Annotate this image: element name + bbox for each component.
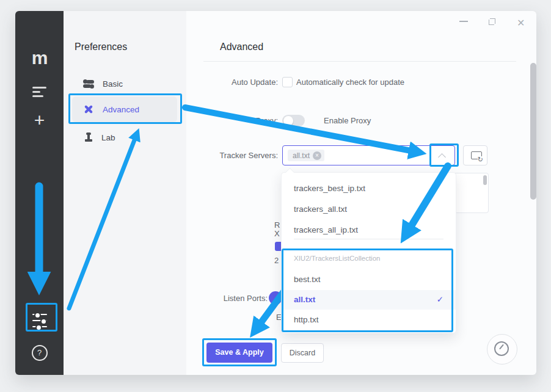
maximize-icon[interactable] xyxy=(489,18,495,25)
annotation-box-advanced xyxy=(68,93,182,124)
dropdown-divider xyxy=(294,239,443,239)
lab-icon xyxy=(84,132,93,142)
annotation-box-chevron xyxy=(429,143,459,167)
dropdown-option[interactable]: trackers_all.txt xyxy=(282,200,456,219)
sync-trackers-button[interactable]: ↻ xyxy=(463,145,487,165)
minimize-icon[interactable] xyxy=(459,21,468,22)
page-title: Advanced xyxy=(220,42,263,53)
sidebar-item-lab[interactable]: Lab xyxy=(84,129,115,145)
tag-remove-icon[interactable]: × xyxy=(313,151,321,160)
content-scrollbar-thumb[interactable] xyxy=(530,63,536,200)
title-divider xyxy=(203,61,516,62)
auto-update-label: Auto Update: xyxy=(171,78,278,87)
close-icon[interactable]: ✕ xyxy=(517,17,525,29)
dropdown-option[interactable]: trackers_all_ip.txt xyxy=(282,220,456,240)
annotation-box-save-button xyxy=(202,338,277,366)
toggles-icon xyxy=(83,79,94,89)
discard-button[interactable]: Discard xyxy=(281,343,324,363)
proxy-toggle-label: Enable Proxy xyxy=(324,116,371,125)
speed-limit-button[interactable] xyxy=(487,334,517,365)
task-list-icon[interactable] xyxy=(15,84,64,97)
selected-tracker-tag: all.txt × xyxy=(288,150,324,161)
obscured-text-fragment: 2 xyxy=(274,256,279,265)
proxy-toggle[interactable] xyxy=(282,115,305,126)
obscured-text-fragment: R xyxy=(274,220,280,230)
obscured-text-fragment: X xyxy=(274,229,280,238)
tracker-servers-label: Tracker Servers: xyxy=(171,151,278,160)
annotation-box-settings-icon xyxy=(26,303,57,332)
listen-ports-label: Listen Ports: xyxy=(161,294,268,303)
sidebar-item-basic[interactable]: Basic xyxy=(83,76,123,92)
annotation-box-dropdown-group xyxy=(282,249,453,332)
motrix-logo: m xyxy=(15,48,64,68)
proxy-label: Proxy: xyxy=(171,116,278,125)
obscured-toggle-fragment xyxy=(269,291,282,305)
obscured-checkbox-fragment xyxy=(275,242,281,251)
auto-update-checkbox-label[interactable]: Automatically check for update xyxy=(296,78,404,87)
dropdown-option[interactable]: trackers_best_ip.txt xyxy=(282,179,456,198)
sidebar-item-label: Lab xyxy=(101,133,115,142)
help-icon[interactable]: ? xyxy=(15,345,64,361)
sidebar-item-label: Basic xyxy=(103,79,123,89)
textarea-scrollbar-thumb[interactable] xyxy=(483,175,487,185)
refresh-arrow-icon: ↻ xyxy=(478,156,483,162)
preferences-title: Preferences xyxy=(75,42,127,53)
gauge-icon xyxy=(494,341,509,356)
auto-update-checkbox[interactable] xyxy=(282,77,293,87)
add-task-icon[interactable]: + xyxy=(15,110,64,131)
preferences-pane xyxy=(64,11,186,375)
